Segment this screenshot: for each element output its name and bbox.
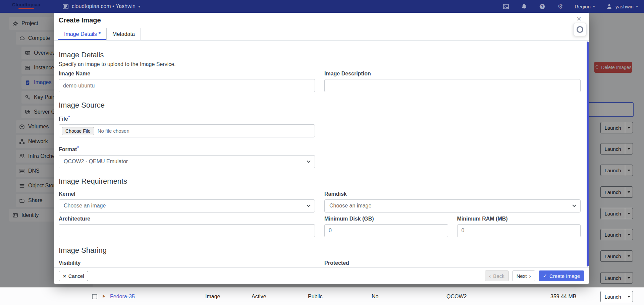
app: Cloudtopiaa cloudtopiaa.com • Yashwin ▾ … [0,0,644,305]
cell-size: 359.44 MB [550,288,576,305]
spinner-ring-icon [577,26,583,33]
user-name: yashwin [615,4,634,9]
x-icon: × [63,273,66,279]
image-name-input[interactable] [59,79,315,92]
project-switcher[interactable]: cloudtopiaa.com • Yashwin ▾ [62,0,140,13]
caret-down-icon: ▾ [593,4,595,8]
help-icon[interactable]: ? [538,3,546,10]
chevron-left-icon: ‹ [489,273,491,279]
topbar: Cloudtopiaa cloudtopiaa.com • Yashwin ▾ … [0,0,644,13]
required-mark: * [68,115,70,120]
format-select[interactable]: QCOW2 - QEMU Emulator [59,155,315,168]
project-switcher-label: cloudtopiaa.com • Yashwin [72,3,136,9]
region-menu[interactable]: Region ▾ [575,4,595,9]
ramdisk-select[interactable]: Choose an image [324,199,581,212]
visibility-label: Visibility [59,260,315,266]
image-name-label: Image Name [59,71,315,77]
create-image-button[interactable]: ✓ Create Image [539,270,584,281]
project-board-icon [62,3,69,10]
close-icon[interactable]: × [577,15,581,23]
no-file-chosen-text: No file chosen [98,128,129,134]
caret-down-icon [628,296,630,298]
check-icon: ✓ [543,273,547,279]
ramdisk-selected-value: Choose an image [329,203,371,209]
notifications-bell-icon[interactable] [520,3,528,10]
console-icon[interactable] [502,3,509,10]
cell-status: Active [252,288,266,305]
launch-action[interactable]: Launch [600,291,625,302]
modal-body: Image Details Specify an image to upload… [54,41,586,267]
kernel-selected-value: Choose an image [64,203,106,209]
min-disk-label: Minimum Disk (GB) [324,216,448,222]
modal-title: Create Image [59,16,101,24]
cell-protected: No [372,288,378,305]
brand-logo[interactable]: Cloudtopiaa [12,2,40,9]
scroll-widget[interactable] [573,23,587,36]
settings-gear-icon[interactable]: ⚙ [556,3,564,10]
section-heading-image-requirements: Image Requirements [59,177,581,186]
row-checkbox[interactable] [92,294,97,299]
create-image-modal: Create Image × Image Details * Metadata … [54,13,589,284]
chevron-down-icon [572,203,576,207]
file-label: File* [59,115,315,122]
chevron-down-icon [307,203,310,207]
modal-footer: × Cancel ‹ Back Next › ✓ Create Image [54,267,589,284]
svg-text:?: ? [541,4,543,8]
architecture-input[interactable] [59,224,315,237]
back-button[interactable]: ‹ Back [485,270,508,281]
tab-metadata[interactable]: Metadata [107,28,141,40]
table-row: Fedora-35 Image Active Public No QCOW2 3… [0,287,644,305]
min-disk-input[interactable] [324,224,448,237]
image-description-label: Image Description [324,71,581,77]
region-label: Region [575,4,591,9]
modal-scrollbar[interactable] [587,42,589,266]
cell-image-name[interactable]: Fedora-35 [110,288,135,305]
ramdisk-label: Ramdisk [324,191,581,197]
cell-type: Image [205,288,220,305]
section-heading-image-sharing: Image Sharing [59,246,581,255]
choose-file-button[interactable]: Choose File [62,127,94,135]
section-heading-image-details: Image Details [59,51,581,59]
chevron-right-icon: › [529,273,531,279]
cell-visibility: Public [308,288,323,305]
cell-disk-format: QCOW2 [446,288,467,305]
user-menu[interactable]: yashwin ▾ [606,3,638,10]
cancel-button[interactable]: × Cancel [59,271,88,281]
topbar-actions: ? ⚙ Region ▾ yashwin ▾ [502,0,638,13]
brand-tagline-bar [18,8,34,9]
caret-down-icon: ▾ [138,4,140,8]
architecture-label: Architecture [59,216,315,222]
next-button[interactable]: Next › [512,270,535,281]
kernel-label: Kernel [59,191,315,197]
required-mark: * [99,31,101,37]
file-input[interactable]: Choose File No file chosen [59,124,315,137]
chevron-down-icon [307,159,310,163]
user-avatar-icon [606,3,613,10]
section-subtitle: Specify an image to upload to the Image … [59,61,581,67]
brand-name: Cloudtopiaa [12,2,40,7]
caret-down-icon: ▾ [636,4,638,8]
min-ram-input[interactable] [457,224,581,237]
section-heading-image-source: Image Source [59,101,581,110]
launch-dropdown-toggle[interactable] [625,291,633,302]
image-description-input[interactable] [324,79,581,92]
protected-label: Protected [324,260,581,266]
format-selected-value: QCOW2 - QEMU Emulator [64,159,128,165]
format-label: Format* [59,145,315,152]
min-ram-label: Minimum RAM (MB) [457,216,581,222]
kernel-select[interactable]: Choose an image [59,199,315,212]
launch-button: Launch [600,291,633,302]
modal-tabbar: Image Details * Metadata [54,28,589,41]
row-expand-chevron-icon[interactable] [103,295,105,298]
required-mark: * [77,145,79,150]
tab-image-details[interactable]: Image Details * [58,28,107,40]
